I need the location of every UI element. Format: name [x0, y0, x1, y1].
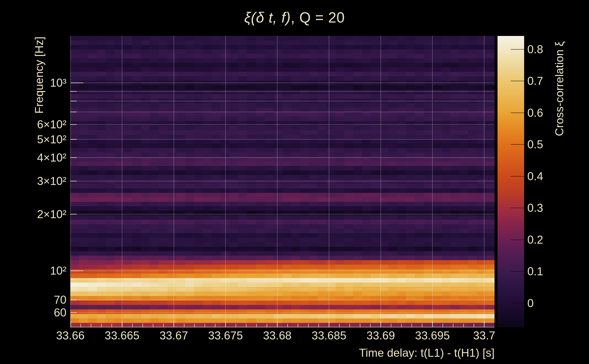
colorbar-tick-mark	[511, 113, 524, 113]
plot-title-math: ξ(δ t, f)	[244, 9, 291, 26]
colorbar-tick-mark	[511, 240, 524, 240]
colorbar-tick-mark	[511, 271, 524, 272]
plot-title: ξ(δ t, f), Q = 20	[0, 9, 589, 26]
colorbar-tick-mark	[511, 81, 524, 81]
colorbar-tick-label-02: 0.2	[527, 234, 543, 246]
colorbar-tick-label-01: 0.1	[527, 266, 543, 277]
heatmap-canvas	[70, 36, 495, 327]
y-tick-label-500: 5×10²	[37, 134, 66, 145]
colorbar-tick-label-00: 0	[527, 298, 534, 309]
colorbar-tick-mark	[511, 176, 524, 176]
x-tick-label-33665: 33.665	[105, 330, 139, 341]
x-tick-label-33660: 33.66	[56, 330, 85, 341]
y-tick-label-100: 10²	[50, 265, 66, 276]
page-background: { "title": "ξ(δ t, f), Q = 20", "title_m…	[0, 0, 589, 364]
y-tick-label-1000: 10³	[50, 77, 66, 89]
y-tick-label-300: 3×10²	[37, 176, 66, 187]
x-tick-label-33670: 33.67	[160, 330, 188, 341]
x-tick-label-33685: 33.685	[312, 330, 346, 341]
colorbar-tick-mark	[511, 144, 524, 145]
colorbar-gradient	[497, 36, 524, 327]
y-tick-label-600: 6×10²	[37, 119, 66, 130]
y-tick-label-200: 2×10²	[37, 209, 66, 220]
colorbar-tick-mark	[511, 49, 524, 50]
y-tick-label-70: 70	[54, 294, 66, 306]
x-tick-label-33675: 33.675	[208, 330, 243, 341]
colorbar-tick-label-06: 0.6	[527, 107, 543, 118]
x-tick-label-33690: 33.69	[366, 330, 395, 341]
colorbar-tick-label-05: 0.5	[527, 139, 543, 150]
colorbar-tick-label-03: 0.3	[527, 202, 543, 214]
x-tick-label-33680: 33.68	[263, 330, 292, 341]
colorbar-label: Cross-correlation ξ	[553, 41, 566, 136]
colorbar-tick-mark	[511, 303, 524, 304]
y-tick-label-400: 4×10²	[37, 152, 66, 163]
colorbar-tick-label-08: 0.8	[527, 44, 543, 55]
y-axis-label: Frequency [Hz]	[33, 36, 46, 114]
x-axis-label: Time delay: t(L1) - t(H1) [s]	[359, 346, 495, 359]
x-tick-label-33695: 33.695	[415, 330, 450, 341]
colorbar-tick-mark	[511, 208, 524, 208]
x-tick-label-33700: 33.7	[473, 330, 495, 341]
plot-title-rest: , Q = 20	[291, 9, 345, 26]
colorbar-tick-label-07: 0.7	[527, 75, 543, 87]
colorbar-tick-label-04: 0.4	[527, 171, 543, 182]
y-tick-label-60: 60	[54, 307, 66, 318]
